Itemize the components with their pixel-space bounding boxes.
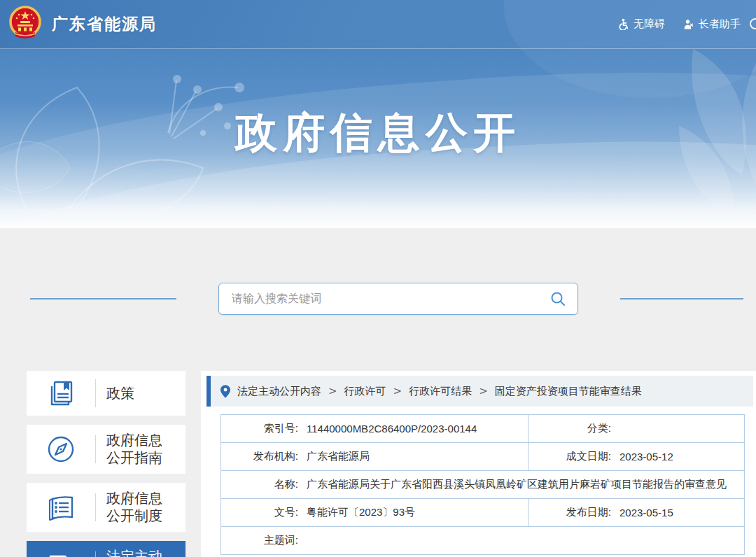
decorative-rule-left <box>30 298 176 299</box>
field-value: 2023-05-12 <box>620 451 673 463</box>
field-label: 主题词: <box>221 534 298 547</box>
search-icon <box>550 290 566 307</box>
accessibility-link[interactable]: 无障碍 <box>617 17 665 31</box>
sidebar-item-label: 法定主动公开内容 <box>106 548 171 557</box>
table-row: 索引号:11440000MB2C86400P/2023-00144 分类: <box>221 415 745 443</box>
table-row: 主题词: <box>221 527 745 555</box>
accessibility-label: 无障碍 <box>634 17 665 31</box>
document-info-table: 索引号:11440000MB2C86400P/2023-00144 分类: 发布… <box>220 414 745 555</box>
field-label: 索引号: <box>221 422 298 435</box>
sidebar: 政策 政府信息公开指南 政府信息公开制度 <box>27 371 186 557</box>
search-button[interactable] <box>545 290 578 307</box>
book-icon <box>46 378 76 409</box>
divider <box>95 551 96 557</box>
main-content: 法定主动公开内容>行政许可>行政许可结果>固定资产投资项目节能审查结果 索引号:… <box>201 371 756 557</box>
location-pin-icon <box>220 385 230 398</box>
field-value: 粤能许可〔2023〕93号 <box>307 506 415 519</box>
divider <box>95 379 96 407</box>
person-icon <box>683 19 694 30</box>
field-label: 名称: <box>221 478 298 491</box>
partial-icon[interactable] <box>750 18 756 29</box>
field-label: 分类: <box>528 422 611 435</box>
search-box <box>218 283 578 315</box>
elder-assistant-link[interactable]: 长者助手 <box>683 17 741 31</box>
keywords-cell: 主题词: <box>221 527 745 555</box>
sidebar-item-label: 政策 <box>106 385 171 402</box>
category-cell: 分类: <box>528 415 745 443</box>
decorative-rule-right <box>620 298 743 299</box>
elder-assistant-label: 长者助手 <box>699 17 741 31</box>
table-row: 名称:广东省能源局关于广东省阳西县溪头镇凤凰岭矿区建筑用片麻岩矿项目节能报告的审… <box>221 471 745 499</box>
divider <box>95 435 96 463</box>
sidebar-item-statutory-disclosure[interactable]: 法定主动公开内容 <box>27 541 186 557</box>
field-label: 成文日期: <box>528 450 611 463</box>
site-title: 广东省能源局 <box>52 13 157 35</box>
field-value: 11440000MB2C86400P/2023-00144 <box>307 423 477 435</box>
breadcrumb-item[interactable]: 行政许可 <box>344 385 386 397</box>
breadcrumb-separator: > <box>479 385 488 397</box>
page: 广东省能源局 无障碍 长者助手 <box>0 0 756 557</box>
sidebar-item-label: 政府信息公开指南 <box>106 432 171 467</box>
table-row: 发布机构:广东省能源局 成文日期:2023-05-12 <box>221 443 745 471</box>
breadcrumb-strip: 法定主动公开内容>行政许可>行政许可结果>固定资产投资项目节能审查结果 <box>211 376 753 407</box>
breadcrumb-trail: 法定主动公开内容>行政许可>行政许可结果>固定资产投资项目节能审查结果 <box>237 385 642 398</box>
doc-number-cell: 文号:粤能许可〔2023〕93号 <box>221 499 528 527</box>
field-label: 发布日期: <box>528 506 611 519</box>
field-value: 2023-05-15 <box>620 507 673 519</box>
publish-date-cell: 发布日期:2023-05-15 <box>528 499 745 527</box>
breadcrumb-item[interactable]: 法定主动公开内容 <box>237 385 321 397</box>
index-number-cell: 索引号:11440000MB2C86400P/2023-00144 <box>221 415 528 443</box>
written-date-cell: 成文日期:2023-05-12 <box>528 443 745 471</box>
table-row: 文号:粤能许可〔2023〕93号 发布日期:2023-05-15 <box>221 499 745 527</box>
national-emblem-icon <box>8 6 42 43</box>
field-value: 广东省能源局关于广东省阳西县溪头镇凤凰岭矿区建筑用片麻岩矿项目节能报告的审查意见 <box>307 478 727 491</box>
page-title: 政府信息公开 <box>0 105 756 162</box>
field-label: 发布机构: <box>221 450 298 463</box>
top-nav: 广东省能源局 无障碍 长者助手 <box>0 0 756 49</box>
breadcrumb-item[interactable]: 行政许可结果 <box>409 385 472 397</box>
search-input[interactable] <box>219 292 545 305</box>
sidebar-item-gov-info-guide[interactable]: 政府信息公开指南 <box>27 425 186 474</box>
breadcrumb: 法定主动公开内容>行政许可>行政许可结果>固定资产投资项目节能审查结果 <box>201 376 756 407</box>
sidebar-item-label: 政府信息公开制度 <box>106 490 171 525</box>
compass-icon <box>46 434 76 465</box>
breadcrumb-separator: > <box>393 385 402 397</box>
search-section <box>0 282 756 316</box>
breadcrumb-separator: > <box>328 385 337 397</box>
publisher-cell: 发布机构:广东省能源局 <box>221 443 528 471</box>
divider <box>95 493 96 521</box>
sidebar-item-policy[interactable]: 政策 <box>27 371 186 416</box>
document-list-icon <box>46 492 76 523</box>
sidebar-item-gov-info-system[interactable]: 政府信息公开制度 <box>27 483 186 532</box>
file-icon <box>46 550 76 557</box>
breadcrumb-item[interactable]: 固定资产投资项目节能审查结果 <box>495 385 642 397</box>
field-label: 文号: <box>221 506 298 519</box>
wheelchair-icon <box>617 18 629 30</box>
field-value: 广东省能源局 <box>307 450 370 463</box>
title-cell: 名称:广东省能源局关于广东省阳西县溪头镇凤凰岭矿区建筑用片麻岩矿项目节能报告的审… <box>221 471 745 499</box>
utility-links: 无障碍 长者助手 <box>617 17 741 31</box>
